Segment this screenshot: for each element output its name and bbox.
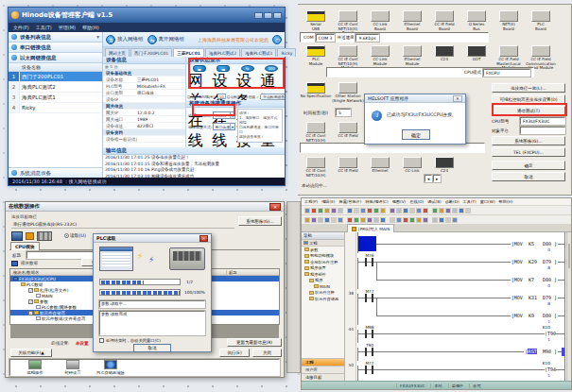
tool-PLC存储器清除[interactable]: PLC存储器清除 [92,360,130,375]
contact[interactable] [365,348,373,356]
tool-时钟设置[interactable]: 时钟设置 [54,360,92,375]
property-value[interactable]: 422串口 [137,124,154,128]
radio-读取(U)[interactable]: 读取(U) [64,232,86,238]
toolbar-icon[interactable] [465,208,471,213]
module-slot[interactable]: PLC Board [525,10,557,36]
module-icon[interactable] [531,45,550,57]
button-取消[interactable]: 取消 [492,172,565,181]
menu-item[interactable]: 帮助(H) [499,199,513,204]
interval-input[interactable]: 10 [217,94,226,99]
toolbar-icon[interactable] [452,217,458,223]
time-check-field[interactable]: 5 [336,109,351,116]
checkbox-checked[interactable]: ✓ [28,299,33,304]
timer-coil[interactable]: (T90 [545,331,556,336]
module-icon[interactable] [306,10,325,22]
ladder-rung[interactable]: M76[MOV K29 D79 ]8 [357,253,565,271]
toolbar-icons[interactable] [302,206,571,215]
account-icon[interactable]: ⏻ [272,35,282,44]
toolbar-icon[interactable] [445,208,451,213]
navigation-section[interactable]: 工程 [302,240,344,247]
tab-海典PLC测试1[interactable]: 海典PLC测试1 [241,48,276,57]
tab-海典PLC测试2[interactable]: 海典PLC测试2 [205,48,240,57]
module-icon[interactable] [338,45,357,57]
toolbar-icon[interactable] [304,217,310,223]
menu-item[interactable]: 诊断(D) [445,199,459,204]
ladder-rung[interactable]: [MOV K9 D80 ]1 [357,307,565,325]
toolbar-icon[interactable] [380,208,386,213]
close-button[interactable]: 关闭 [252,349,282,357]
module-icon[interactable] [306,122,325,133]
execute-button[interactable]: 执行(E) [219,349,250,357]
auto-close-checkbox[interactable] [99,338,104,343]
melsoft-titlebar[interactable]: MELSOFT 应用程序 ✕ [365,94,465,103]
related-functions-button[interactable]: 关联功能(F)▲ [10,349,52,357]
leave-network-button[interactable]: ⇆离开网络组 [147,35,185,44]
property-value[interactable]: 串口连接 [137,91,154,95]
toolbar-icon[interactable] [311,208,317,213]
module-slot[interactable]: CC IE Field [332,122,364,143]
contact[interactable] [365,366,373,374]
module-slot[interactable]: Other Station (Single Network) [332,82,364,103]
menu-item[interactable]: 工程(P) [304,199,318,204]
scrollbar-thumb[interactable] [568,244,570,268]
device-row[interactable]: 3海典PLC测试1 [9,93,102,103]
toolbar-icon[interactable] [367,208,373,213]
toolbar-icon[interactable] [396,208,402,213]
instruction[interactable]: [MOV K31 D79 ] [511,295,558,300]
property-value[interactable]: 1989 [137,117,147,122]
menu-item[interactable]: 在线(O) [409,199,424,204]
spin-right-button[interactable]: ▸ [433,175,441,182]
instruction[interactable]: [MOV K9 D80 ] [511,313,558,318]
menu-item[interactable]: 工具(T) [36,25,52,30]
toolbar-icon[interactable] [439,208,444,213]
toolbar-icon[interactable] [416,208,422,213]
system-image-button[interactable]: 系统图像(G)... [238,216,282,226]
module-icon[interactable] [499,10,518,22]
platform-field[interactable] [520,127,565,134]
toolbar-icon[interactable] [380,217,386,223]
tab-Ricky[interactable]: Ricky [277,48,296,57]
property-value[interactable]: 三菱PLC01 [137,77,159,82]
toolbar-icon[interactable] [367,217,373,223]
module-icon[interactable] [306,45,325,57]
module-slot[interactable]: CC IE Cont NET/10(H) [300,157,332,178]
auto-check-mark[interactable]: ✓ [256,94,259,99]
toolbar-icon[interactable] [432,217,438,223]
spin-left-button[interactable]: ◂ [425,175,432,182]
toolbar-icon[interactable] [318,208,323,213]
module-icon[interactable] [338,82,357,94]
checkbox-checked[interactable]: ✓ [28,311,33,315]
toolbar-icon[interactable] [396,217,402,223]
cancel-button[interactable]: 取消 [133,344,171,352]
nav-footer-用户库[interactable]: 用户库 [302,366,344,373]
ladder-rung[interactable]: M77[MOV K31 D79 ]8 [357,289,565,307]
contact[interactable] [365,330,373,338]
module-icon[interactable] [531,10,550,22]
property-value[interactable]: Mitsubishi-FX [137,84,165,89]
baud-rate-field[interactable]: 9.6Kbps [355,34,378,42]
toolbar-icon[interactable] [445,217,451,223]
toolbar-icon[interactable] [331,217,337,223]
module-icon[interactable] [371,10,390,22]
com-port-field[interactable]: COM 3 [316,34,336,42]
instruction[interactable]: [MOV K7 D80 ] [511,277,558,282]
ladder-rung[interactable]: M98K10(T901 [357,325,565,343]
module-icon[interactable] [467,10,486,22]
toolbar-icon[interactable] [354,217,359,223]
maximize-button[interactable] [264,12,272,19]
instruction[interactable]: [RST M98 ] [524,349,558,354]
device-row[interactable]: 1西门子200PLC01 [9,72,102,82]
ladder-tab[interactable]: [PRG]写入 MAIN [347,224,394,232]
ladder-rung[interactable]: T90[RST M98 ] [357,343,565,361]
menu-item[interactable]: 文件(F) [13,25,29,30]
toolbar-icon[interactable] [423,217,428,223]
contact[interactable] [365,294,373,302]
ok-button[interactable]: 确定 [402,129,430,140]
manual-check-button[interactable]: 手动检测设备在线 [260,94,285,100]
toolbar-icon[interactable] [338,208,343,213]
button-可编程控制器直接连接设置(D)[interactable]: 可编程控制器直接连接设置(D) [492,94,565,104]
vertical-scrollbar[interactable] [566,232,571,381]
toolbar-icon[interactable] [439,217,444,223]
property-value[interactable]: 12.0.0.2 [137,111,155,115]
sidebar-section-2[interactable]: 以太网链接信息 [9,53,102,63]
